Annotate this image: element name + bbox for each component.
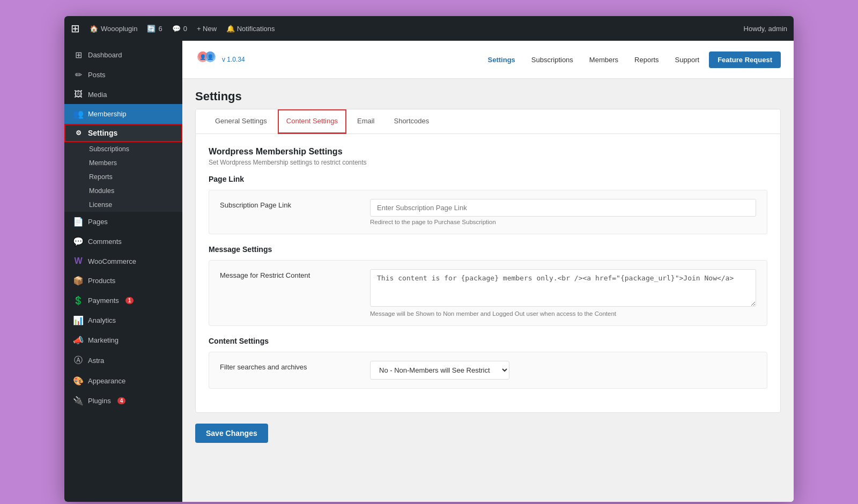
site-name[interactable]: 🏠 Woooplugin [90, 25, 137, 33]
posts-icon: ✏ [73, 70, 84, 80]
submenu-members[interactable]: Members [64, 156, 182, 170]
page-title: Settings [195, 90, 781, 103]
sidebar-item-payments[interactable]: 💲 Payments 1 [64, 291, 182, 310]
products-icon: 📦 [73, 276, 84, 286]
filter-searches-label: Filter searches and archives [220, 361, 370, 371]
sidebar-item-marketing[interactable]: 📣 Marketing [64, 330, 182, 350]
sidebar-item-products[interactable]: 📦 Products [64, 271, 182, 291]
subscription-page-link-row: Subscription Page Link Redirect to the p… [209, 190, 767, 234]
sidebar-item-plugins[interactable]: 🔌 Plugins 4 [64, 391, 182, 411]
nav-support[interactable]: Support [669, 53, 706, 67]
subscription-page-link-label: Subscription Page Link [220, 199, 370, 209]
sidebar-item-settings[interactable]: ⚙ Settings [64, 124, 182, 142]
payments-badge: 1 [125, 297, 134, 304]
submenu-license[interactable]: License [64, 198, 182, 212]
section-title: Wordpress Membership Settings [209, 147, 767, 157]
updates-button[interactable]: 🔄 6 [147, 25, 162, 33]
wp-logo[interactable]: ⊞ [71, 22, 80, 35]
tabs-bar: General Settings Content Settings Email … [196, 109, 780, 134]
page-title-bar: Settings [182, 79, 794, 109]
plugins-badge: 4 [117, 397, 126, 404]
restrict-message-field: This content is for {package} members on… [370, 269, 756, 317]
new-button[interactable]: + New [197, 25, 217, 33]
subscription-page-link-field: Redirect to the page to Purchase Subscri… [370, 199, 756, 225]
media-icon: 🖼 [73, 90, 84, 99]
save-changes-button[interactable]: Save Changes [195, 424, 268, 443]
membership-icon: 👥 [73, 109, 84, 119]
admin-bar: ⊞ 🏠 Woooplugin 🔄 6 💬 0 + New 🔔 Notificat… [64, 16, 794, 41]
dashboard-icon: ⊞ [73, 50, 84, 60]
plugins-icon: 🔌 [73, 396, 84, 406]
sidebar-item-analytics[interactable]: 📊 Analytics [64, 310, 182, 330]
submenu-subscriptions[interactable]: Subscriptions [64, 142, 182, 156]
tab-general[interactable]: General Settings [206, 109, 276, 134]
pages-icon: 📄 [73, 217, 84, 227]
subscription-page-link-hint: Redirect to the page to Purchase Subscri… [370, 219, 756, 225]
tab-content[interactable]: Content Settings [278, 109, 346, 134]
membership-submenu: Subscriptions Members Reports Modules Li… [64, 142, 182, 212]
analytics-icon: 📊 [73, 315, 84, 325]
restrict-message-hint: Message will be Shown to Non member and … [370, 310, 756, 317]
restrict-message-label: Message for Restrict Content [220, 269, 370, 279]
content-settings-title: Content Settings [209, 337, 767, 345]
feature-request-button[interactable]: Feature Request [709, 51, 781, 68]
appearance-icon: 🎨 [73, 376, 84, 386]
filter-searches-select[interactable]: No - Non-Members will See Restrict Yes -… [370, 361, 509, 380]
message-settings-title: Message Settings [209, 245, 767, 254]
payments-icon: 💲 [73, 295, 84, 306]
woocommerce-icon: W [73, 256, 84, 266]
sidebar-item-woocommerce[interactable]: W WooCommerce [64, 251, 182, 271]
submenu-reports[interactable]: Reports [64, 170, 182, 184]
nav-subscriptions[interactable]: Subscriptions [525, 53, 580, 67]
restrict-message-textarea[interactable]: This content is for {package} members on… [370, 269, 756, 307]
tab-email[interactable]: Email [349, 109, 383, 134]
main-content: 👤 👤 v 1.0.34 Settings Subscriptions Memb… [182, 41, 794, 502]
submenu-modules[interactable]: Modules [64, 184, 182, 198]
sidebar-item-astra[interactable]: Ⓐ Astra [64, 350, 182, 371]
settings-body: Wordpress Membership Settings Set Wordpr… [196, 134, 780, 412]
sidebar-item-posts[interactable]: ✏ Posts [64, 65, 182, 85]
svg-text:👤: 👤 [207, 54, 214, 61]
sidebar-item-pages[interactable]: 📄 Pages [64, 212, 182, 232]
svg-text:👤: 👤 [199, 54, 206, 61]
nav-reports[interactable]: Reports [628, 53, 665, 67]
settings-card: General Settings Content Settings Email … [195, 109, 781, 413]
plugin-header: 👤 👤 v 1.0.34 Settings Subscriptions Memb… [182, 41, 794, 79]
sidebar-item-appearance[interactable]: 🎨 Appearance [64, 371, 182, 391]
filter-searches-row: Filter searches and archives No - Non-Me… [209, 352, 767, 389]
section-subtitle: Set Wordpress Membership settings to res… [209, 159, 767, 166]
plugin-version: v 1.0.34 [222, 56, 245, 63]
restrict-message-row: Message for Restrict Content This conten… [209, 260, 767, 326]
astra-icon: Ⓐ [73, 355, 84, 366]
comments-button[interactable]: 💬 0 [172, 25, 187, 33]
plugin-nav: Settings Subscriptions Members Reports S… [482, 51, 781, 68]
tab-shortcodes[interactable]: Shortcodes [385, 109, 438, 134]
marketing-icon: 📣 [73, 335, 84, 345]
howdy-text: Howdy, admin [744, 25, 787, 33]
sidebar-item-membership[interactable]: 👥 Membership [64, 104, 182, 124]
sidebar-item-comments[interactable]: 💬 Comments [64, 232, 182, 251]
plugin-logo: 👤 👤 v 1.0.34 [195, 48, 245, 71]
plugin-logo-icon: 👤 👤 [195, 48, 218, 71]
notifications-button[interactable]: 🔔 Notifications [226, 25, 275, 33]
page-link-title: Page Link [209, 175, 767, 183]
filter-searches-field: No - Non-Members will See Restrict Yes -… [370, 361, 756, 380]
nav-members[interactable]: Members [583, 53, 625, 67]
settings-icon: ⚙ [73, 129, 84, 137]
sidebar-item-media[interactable]: 🖼 Media [64, 85, 182, 104]
nav-settings[interactable]: Settings [482, 53, 522, 67]
comments-icon: 💬 [73, 236, 84, 247]
sidebar: ⊞ Dashboard ✏ Posts 🖼 Media 👥 Membership… [64, 41, 182, 502]
subscription-page-link-input[interactable] [370, 199, 756, 217]
sidebar-item-dashboard[interactable]: ⊞ Dashboard [64, 45, 182, 65]
